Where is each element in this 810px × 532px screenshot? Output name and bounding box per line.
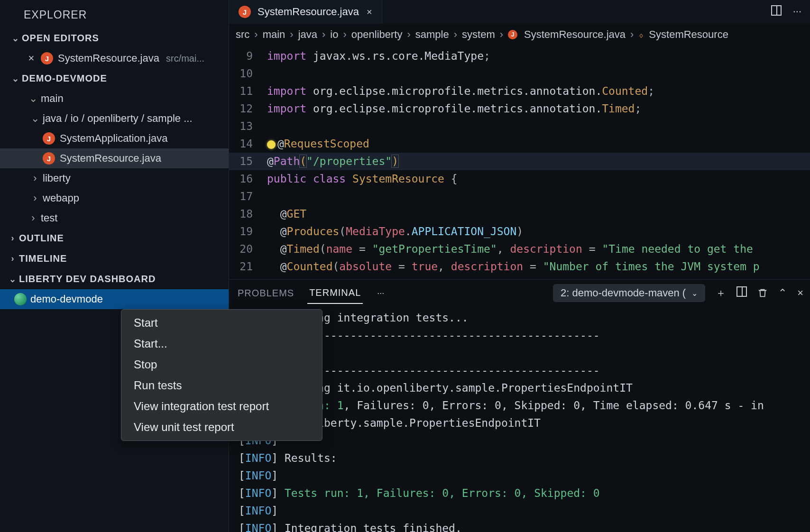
- terminal-select[interactable]: 2: demo-devmode-maven ( ⌄: [553, 284, 705, 302]
- explorer-sidebar: EXPLORER ⌄ OPEN EDITORS × SystemResource…: [0, 0, 229, 532]
- editor-tab[interactable]: SystemResource.java ×: [229, 0, 382, 24]
- cm-run-tests[interactable]: Run tests: [121, 375, 322, 396]
- chevron-down-icon: ⌄: [29, 112, 41, 125]
- close-icon[interactable]: ×: [25, 52, 38, 64]
- open-editors-section[interactable]: ⌄ OPEN EDITORS: [0, 28, 229, 48]
- file-systemresource[interactable]: SystemResource.java: [0, 148, 229, 168]
- cm-start-dots[interactable]: Start...: [121, 333, 322, 354]
- chevron-down-icon: ⌄: [691, 289, 698, 298]
- cm-start[interactable]: Start: [121, 312, 322, 333]
- chevron-down-icon: ⌄: [28, 92, 39, 105]
- liberty-icon: [14, 293, 27, 305]
- new-terminal-icon[interactable]: ＋: [716, 286, 726, 300]
- editor-tabbar: SystemResource.java × ···: [229, 0, 810, 24]
- project-section[interactable]: ⌄ DEMO-DEVMODE: [0, 68, 229, 89]
- tab-terminal[interactable]: TERMINAL: [307, 283, 363, 304]
- cm-stop[interactable]: Stop: [121, 354, 322, 375]
- close-icon[interactable]: ×: [797, 287, 803, 299]
- tab-problems[interactable]: PROBLEMS: [236, 283, 296, 303]
- java-file-icon: [508, 30, 517, 39]
- context-menu: Start Start... Stop Run tests View integ…: [121, 309, 322, 441]
- class-symbol-icon: ⬨: [638, 29, 644, 40]
- java-file-icon: [43, 132, 55, 145]
- outline-section[interactable]: › OUTLINE: [0, 228, 229, 248]
- chevron-down-icon: ⌄: [7, 274, 19, 284]
- close-icon[interactable]: ×: [364, 7, 372, 18]
- split-terminal-icon[interactable]: [736, 286, 747, 300]
- open-editor-item[interactable]: × SystemResource.java src/mai...: [0, 48, 229, 68]
- split-editor-icon[interactable]: [771, 5, 782, 18]
- file-systemapplication[interactable]: SystemApplication.java: [0, 128, 229, 148]
- explorer-title: EXPLORER: [0, 0, 229, 28]
- more-icon[interactable]: ···: [374, 288, 387, 298]
- cm-view-it-report[interactable]: View integration test report: [121, 396, 322, 417]
- timeline-section[interactable]: › TIMELINE: [0, 248, 229, 269]
- folder-test[interactable]: › test: [0, 208, 229, 228]
- chevron-right-icon: ›: [7, 233, 19, 243]
- chevron-down-icon: ⌄: [9, 73, 22, 84]
- folder-main[interactable]: ⌄ main: [0, 89, 229, 109]
- folder-liberty[interactable]: › liberty: [0, 168, 229, 188]
- chevron-down-icon: ⌄: [9, 33, 22, 44]
- breadcrumb[interactable]: src› main› java› io› openliberty› sample…: [229, 24, 810, 46]
- java-file-icon: [43, 152, 55, 165]
- folder-java-path[interactable]: ⌄ java / io / openliberty / sample ...: [0, 109, 229, 128]
- java-file-icon: [239, 6, 251, 18]
- chevron-right-icon: ›: [29, 192, 41, 204]
- liberty-project-item[interactable]: demo-devmode: [0, 289, 229, 309]
- more-icon[interactable]: ···: [793, 5, 801, 18]
- cm-view-unit-report[interactable]: View unit test report: [121, 417, 322, 438]
- java-file-icon: [41, 52, 53, 64]
- code-editor[interactable]: 9import javax.ws.rs.core.MediaType;1011i…: [229, 46, 810, 279]
- chevron-right-icon: ›: [7, 254, 19, 264]
- trash-icon[interactable]: [757, 288, 768, 298]
- chevron-right-icon: ›: [29, 172, 41, 184]
- liberty-dashboard-section[interactable]: ⌄ LIBERTY DEV DASHBOARD: [0, 269, 229, 289]
- folder-webapp[interactable]: › webapp: [0, 188, 229, 208]
- editor-area: SystemResource.java × ··· src› main› jav…: [229, 0, 810, 532]
- chevron-up-icon[interactable]: ⌃: [778, 287, 787, 299]
- chevron-right-icon: ›: [28, 212, 39, 224]
